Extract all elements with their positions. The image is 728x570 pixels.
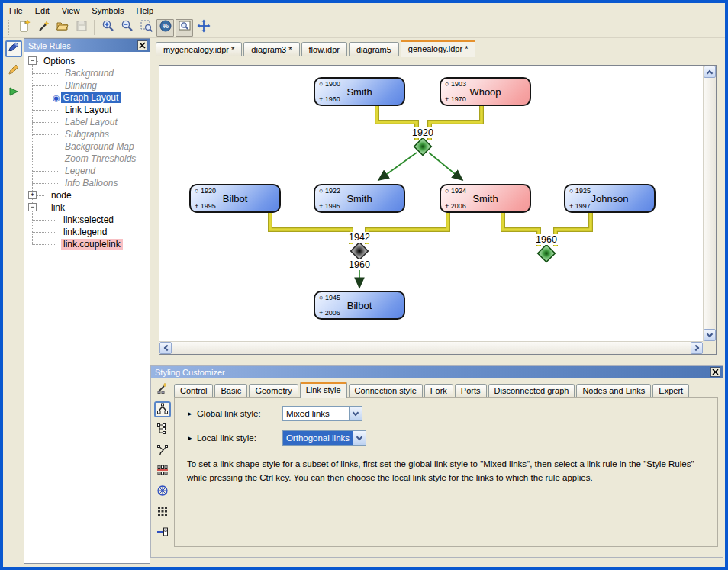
combo-global-link-style[interactable]: Mixed links [282, 406, 362, 421]
scroll-right-button[interactable] [691, 342, 703, 354]
customizer-tab-ports[interactable]: Ports [455, 384, 487, 398]
open-button[interactable] [53, 19, 71, 37]
circular-layout-button[interactable] [154, 484, 171, 500]
tree-row-link-couplelink[interactable]: link.couplelink [24, 238, 150, 250]
move-node-button[interactable] [154, 525, 171, 541]
customizer-tab-disconnected-graph[interactable]: Disconnected graph [488, 384, 575, 398]
zoom-out-button[interactable] [118, 19, 136, 37]
customizer-tab-connection-style[interactable]: Connection style [349, 384, 423, 398]
tree-row-label-layout[interactable]: Label Layout [24, 116, 150, 128]
tree-label: Info Balloons [63, 178, 120, 188]
new-document-button[interactable] [15, 19, 33, 37]
tree-row-legend[interactable]: Legend [24, 165, 150, 177]
scroll-up-button[interactable] [704, 66, 716, 78]
styling-customizer-close-button[interactable] [710, 367, 720, 377]
customizer-wand-button[interactable] [154, 381, 171, 397]
styling-customizer-titlebar[interactable]: Styling Customizer [151, 366, 723, 378]
style-rules-close-button[interactable] [137, 40, 147, 50]
person-node-smith-1924[interactable]: ○ 1924Smith+ 2006 [440, 184, 531, 213]
customizer-tab-link-style[interactable]: Link style [300, 382, 347, 398]
combo-dropdown-button[interactable] [349, 407, 362, 420]
toolbar-grip[interactable] [8, 20, 11, 35]
hierarchical-layout-button[interactable] [154, 401, 171, 417]
person-node-whoop-1903[interactable]: ○ 1903Whoop+ 1970 [440, 77, 531, 106]
union-diamond-1942[interactable] [351, 243, 369, 260]
scroll-left-button[interactable] [159, 342, 172, 354]
svg-text:%: % [162, 22, 168, 30]
tree-toggle-expand[interactable]: + [28, 191, 37, 199]
combo-local-link-style[interactable]: Orthogonal links [282, 430, 366, 446]
combo-dropdown-button[interactable] [353, 431, 366, 445]
person-node-smith-1900[interactable]: ○ 1900Smith+ 1960 [314, 77, 405, 106]
union-diamond-1920[interactable] [414, 138, 432, 156]
horizontal-scrollbar[interactable] [159, 341, 703, 354]
close-icon [139, 42, 146, 49]
style-rules-titlebar[interactable]: Style Rules [24, 39, 150, 52]
child-link[interactable] [429, 153, 462, 180]
tree-row-background-map[interactable]: Background Map [24, 140, 150, 153]
tree-connector [32, 85, 58, 86]
combo-value: Orthogonal links [283, 431, 353, 445]
couple-link[interactable] [556, 213, 591, 246]
spring-layout-button[interactable] [154, 443, 171, 459]
customizer-tab-control[interactable]: Control [174, 384, 213, 398]
tree-row-subgraphs[interactable]: Subgraphs [24, 128, 150, 140]
child-link[interactable] [378, 153, 417, 180]
zoom-percent-button[interactable]: % [156, 19, 174, 37]
couple-link[interactable] [430, 106, 482, 140]
run-button[interactable] [5, 85, 22, 101]
zoom-area-button[interactable] [137, 19, 155, 37]
scroll-down-button[interactable] [704, 329, 716, 341]
tree-row-link-layout[interactable]: Link Layout [24, 104, 150, 116]
person-node-bilbot-1945[interactable]: ○ 1945Bilbot+ 2006 [314, 291, 405, 320]
tree-row-zoom-thresholds[interactable]: Zoom Thresholds [24, 153, 150, 165]
tree-row-background[interactable]: Background [24, 67, 150, 79]
menu-view[interactable]: View [56, 5, 86, 17]
customizer-tab-expert[interactable]: Expert [652, 384, 689, 398]
customizer-tab-fork[interactable]: Fork [424, 384, 453, 398]
couple-link[interactable] [270, 213, 351, 244]
person-node-bilbot-1920[interactable]: ○ 1920Bilbot+ 1995 [189, 184, 281, 213]
tree-row-info-balloons[interactable]: Info Balloons [24, 177, 150, 189]
save-button[interactable] [72, 19, 90, 37]
edit-pencil-button[interactable] [5, 63, 22, 79]
bus-layout-button[interactable] [154, 463, 171, 479]
menu-edit[interactable]: Edit [29, 5, 56, 17]
tree-row-node[interactable]: +node [24, 189, 150, 201]
tree-toggle-collapse[interactable]: − [28, 203, 37, 211]
grid-layout-button[interactable] [154, 504, 171, 520]
customizer-tab-nodes-and-links[interactable]: Nodes and Links [576, 384, 651, 398]
tree-row-blinking[interactable]: Blinking [24, 79, 150, 92]
tree-row-link[interactable]: −link [24, 201, 150, 214]
tab-flow-idpr[interactable]: flow.idpr [301, 42, 347, 56]
vertical-scrollbar[interactable] [703, 66, 716, 341]
death-year: + 1960 [319, 95, 340, 103]
tree-row-options[interactable]: −Options [24, 55, 150, 67]
tab-diagram3[interactable]: diagram3 * [243, 42, 299, 56]
menu-symbols[interactable]: Symbols [85, 5, 130, 17]
person-node-smith-1922[interactable]: ○ 1922Smith+ 1995 [314, 184, 405, 213]
person-node-johnson-1925[interactable]: ○ 1925Johnson+ 1997 [564, 184, 656, 213]
styling-brush-button[interactable] [5, 40, 22, 57]
menu-help[interactable]: Help [130, 5, 160, 17]
zoom-in-button[interactable] [99, 19, 117, 37]
tab-mygenealogy-idpr[interactable]: mygenealogy.idpr * [156, 42, 242, 56]
tab-diagram5[interactable]: diagram5 [349, 42, 399, 56]
menu-file[interactable]: File [3, 5, 29, 17]
tree-layout-button[interactable] [154, 422, 171, 438]
tree-label: Link Layout [63, 105, 114, 115]
customizer-tab-geometry[interactable]: Geometry [249, 384, 298, 398]
couple-link[interactable] [503, 213, 539, 246]
tree-row-graph-layout[interactable]: ◉Graph Layout [24, 92, 150, 104]
tree-row-link-legend[interactable]: link:legend [24, 226, 150, 238]
tree-row-link-selected[interactable]: link:selected [24, 214, 150, 226]
tree-toggle-collapse[interactable]: − [28, 56, 37, 65]
styling-wand-button[interactable] [34, 19, 52, 37]
tab-genealogy-idpr[interactable]: genealogy.idpr * [401, 40, 476, 57]
couple-link[interactable] [367, 213, 448, 244]
customizer-tab-basic[interactable]: Basic [214, 384, 247, 398]
pan-button[interactable] [195, 19, 212, 37]
union-diamond-1960[interactable] [538, 245, 556, 262]
diagram-viewport[interactable]: 1920194219601960○ 1900Smith+ 1960○ 1903W… [159, 66, 703, 341]
overview-button[interactable] [176, 19, 193, 37]
